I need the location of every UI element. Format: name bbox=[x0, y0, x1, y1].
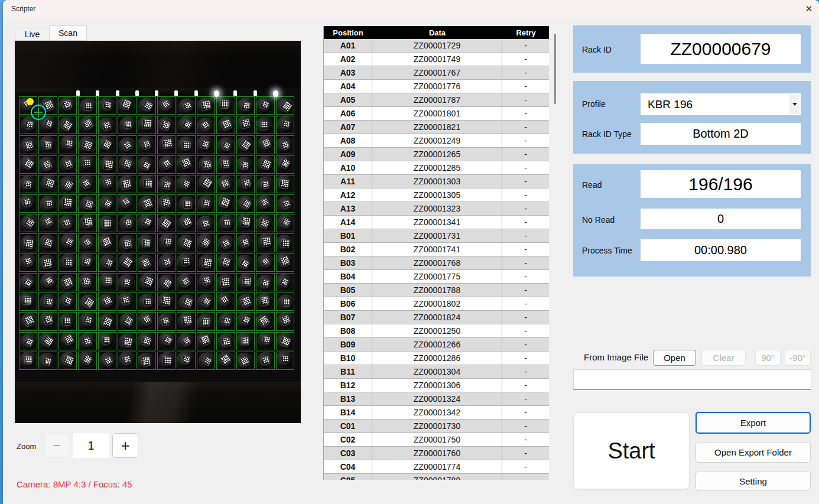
table-row[interactable]: A11ZZ00001303- bbox=[324, 175, 549, 188]
tube bbox=[118, 253, 135, 271]
table-row[interactable]: A12ZZ00001305- bbox=[324, 188, 549, 202]
tube bbox=[118, 352, 135, 369]
tube bbox=[58, 313, 75, 330]
start-button[interactable]: Start bbox=[573, 412, 690, 489]
retry-cell: - bbox=[502, 311, 549, 324]
no-read-label: No Read bbox=[582, 215, 615, 225]
table-row[interactable]: B08ZZ00001250- bbox=[324, 324, 549, 338]
profile-dropdown[interactable]: KBR 196 bbox=[641, 93, 801, 115]
tube bbox=[157, 194, 174, 212]
datamatrix-barcode bbox=[62, 278, 73, 288]
datamatrix-barcode bbox=[183, 102, 191, 110]
tube bbox=[58, 215, 75, 232]
tube bbox=[277, 136, 294, 154]
tube bbox=[157, 96, 174, 113]
rotate-ccw-button[interactable]: -90° bbox=[785, 350, 811, 366]
results-table: Position Data Retry A01ZZ00001729-A02ZZ0… bbox=[323, 26, 549, 480]
table-scrollbar-thumb[interactable] bbox=[554, 34, 556, 104]
tube bbox=[216, 194, 233, 211]
data-cell: ZZ00001304 bbox=[372, 365, 502, 379]
table-row[interactable]: C02ZZ00001750- bbox=[324, 433, 549, 447]
open-image-button[interactable]: Open bbox=[653, 350, 696, 366]
table-row[interactable]: A14ZZ00001341- bbox=[324, 216, 549, 229]
tube bbox=[277, 214, 294, 232]
data-cell: ZZ00001303 bbox=[372, 175, 502, 188]
position-cell: B06 bbox=[324, 297, 372, 311]
tube-cell bbox=[118, 214, 136, 232]
datamatrix-barcode bbox=[123, 337, 132, 347]
datamatrix-barcode bbox=[182, 337, 191, 346]
zoom-decrease-button[interactable]: − bbox=[44, 433, 69, 458]
table-row[interactable]: C04ZZ00001774- bbox=[324, 460, 549, 474]
datamatrix-barcode bbox=[161, 199, 170, 207]
table-row[interactable]: B12ZZ00001306- bbox=[324, 379, 549, 392]
table-row[interactable]: B02ZZ00001741- bbox=[324, 243, 549, 256]
table-row[interactable]: A01ZZ00001729- bbox=[324, 39, 549, 53]
table-row[interactable]: A05ZZ00001787- bbox=[324, 93, 549, 107]
tab-live[interactable]: Live bbox=[15, 28, 49, 41]
export-button[interactable]: Export bbox=[696, 412, 811, 434]
table-row[interactable]: A02ZZ00001749- bbox=[324, 53, 549, 66]
tube-cell bbox=[78, 273, 96, 291]
zoom-value-input[interactable]: 1 bbox=[73, 433, 109, 458]
table-row[interactable]: A09ZZ00001265- bbox=[324, 148, 549, 161]
table-row[interactable]: A13ZZ00001323- bbox=[324, 202, 549, 216]
zoom-increase-button[interactable]: + bbox=[112, 433, 138, 458]
table-row[interactable]: B13ZZ00001324- bbox=[324, 392, 549, 406]
tube bbox=[158, 177, 175, 193]
tube bbox=[178, 116, 195, 133]
datamatrix-barcode bbox=[102, 199, 112, 209]
table-row[interactable]: A10ZZ00001285- bbox=[324, 161, 549, 175]
open-export-folder-button[interactable]: Open Export Folder bbox=[696, 442, 811, 463]
tube-cell bbox=[256, 312, 274, 330]
table-row[interactable]: C01ZZ00001730- bbox=[324, 420, 549, 433]
window-title: Scripter bbox=[11, 5, 35, 13]
rotate-cw-button[interactable]: 90° bbox=[755, 350, 781, 366]
tube-cell bbox=[19, 155, 37, 174]
tube bbox=[138, 235, 155, 252]
setting-button[interactable]: Setting bbox=[696, 471, 811, 491]
tube-cell bbox=[98, 253, 116, 272]
led-highlight bbox=[96, 90, 99, 96]
table-row[interactable]: B01ZZ00001731- bbox=[324, 229, 549, 243]
table-row[interactable]: A06ZZ00001801- bbox=[324, 107, 549, 121]
close-icon[interactable]: ✕ bbox=[801, 2, 817, 16]
table-row[interactable]: A07ZZ00001821- bbox=[324, 121, 549, 134]
data-cell: ZZ00001749 bbox=[372, 53, 502, 66]
table-row[interactable]: B03ZZ00001768- bbox=[324, 256, 549, 270]
retry-cell: - bbox=[502, 39, 549, 53]
tab-scan[interactable]: Scan bbox=[49, 25, 87, 41]
image-path-input[interactable] bbox=[573, 369, 811, 390]
tube bbox=[79, 313, 96, 330]
tube bbox=[178, 235, 195, 252]
tube bbox=[138, 214, 155, 230]
table-row[interactable]: B09ZZ00001266- bbox=[324, 338, 549, 352]
table-row[interactable]: B11ZZ00001304- bbox=[324, 365, 549, 379]
tube bbox=[119, 137, 136, 154]
table-row[interactable]: C03ZZ00001760- bbox=[324, 447, 549, 460]
table-row[interactable]: A03ZZ00001767- bbox=[324, 66, 549, 80]
table-row[interactable]: B10ZZ00001286- bbox=[324, 352, 549, 365]
table-row[interactable]: A08ZZ00001249- bbox=[324, 134, 549, 148]
table-row[interactable]: B06ZZ00001802- bbox=[324, 297, 549, 311]
table-row[interactable]: B07ZZ00001824- bbox=[324, 311, 549, 324]
tube-cell bbox=[157, 273, 176, 291]
table-row[interactable]: B05ZZ00001788- bbox=[324, 284, 549, 297]
tube bbox=[217, 137, 235, 154]
tube bbox=[80, 196, 96, 213]
clear-image-button[interactable]: Clear bbox=[701, 350, 746, 366]
data-cell: ZZ00001285 bbox=[372, 161, 502, 175]
tube-cell bbox=[197, 135, 215, 154]
table-row[interactable]: A04ZZ00001776- bbox=[324, 80, 549, 93]
datamatrix-barcode bbox=[201, 297, 210, 307]
tube bbox=[138, 353, 154, 370]
tube-cell bbox=[256, 332, 274, 350]
datamatrix-barcode bbox=[122, 159, 132, 168]
data-cell: ZZ00001775 bbox=[372, 270, 502, 284]
data-cell: ZZ00001776 bbox=[372, 80, 502, 93]
table-row[interactable]: C05ZZ00001789- bbox=[324, 474, 549, 480]
tube-cell bbox=[256, 253, 274, 272]
table-row[interactable]: B14ZZ00001342- bbox=[324, 406, 549, 420]
profile-dropdown-button[interactable] bbox=[789, 95, 800, 114]
table-row[interactable]: B04ZZ00001775- bbox=[324, 270, 549, 284]
